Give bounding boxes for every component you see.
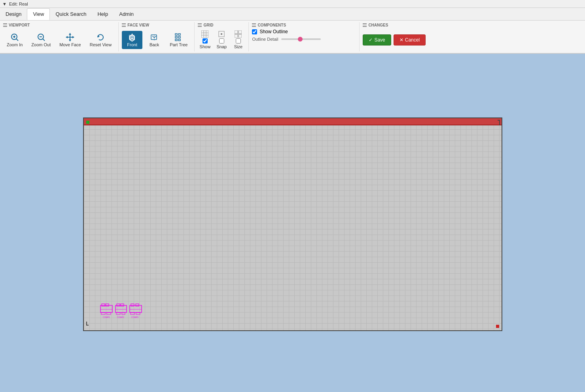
back-icon <box>150 33 159 42</box>
title-text: Edit: Real <box>9 2 28 6</box>
svg-rect-23 <box>178 34 180 35</box>
svg-line-6 <box>43 39 45 41</box>
menu-design[interactable]: Design <box>0 9 27 19</box>
faceview-label: FACE VIEW <box>122 23 191 27</box>
zoom-in-button[interactable]: Zoom In <box>3 31 26 49</box>
svg-marker-9 <box>69 33 71 35</box>
reset-view-icon <box>96 33 105 42</box>
components-label: COMPONENTS <box>252 23 356 27</box>
menu-help[interactable]: Help <box>92 9 114 19</box>
faceview-lines-icon <box>122 23 126 27</box>
canvas-area: COMP1 COMP2 COMP3 <box>0 54 585 392</box>
svg-rect-33 <box>235 30 238 34</box>
svg-text:COMP3: COMP3 <box>131 316 138 318</box>
svg-rect-34 <box>239 30 242 34</box>
grid-show-icon <box>201 30 208 38</box>
back-button[interactable]: Back <box>144 31 165 49</box>
svg-rect-21 <box>175 36 177 38</box>
svg-rect-26 <box>201 30 208 38</box>
grid-lines-icon <box>198 23 202 27</box>
svg-rect-44 <box>117 304 120 306</box>
svg-marker-11 <box>66 36 68 38</box>
grid-size-checkbox[interactable] <box>236 38 241 44</box>
svg-rect-32 <box>221 33 222 35</box>
corner-tr-marker <box>498 120 500 125</box>
faceview-buttons: Front Back Part Tree <box>122 29 191 51</box>
components-svg: COMP1 COMP2 COMP3 <box>100 301 151 321</box>
grid-label: GRID <box>198 23 245 27</box>
zoom-in-icon <box>10 33 19 42</box>
save-button[interactable]: ✓ Save <box>363 34 391 45</box>
corner-bl-marker <box>86 322 89 326</box>
title-bar: ▼ Edit: Real <box>0 0 585 8</box>
zoom-out-button[interactable]: Zoom Out <box>28 31 54 49</box>
toolbar-section-faceview: FACE VIEW Front Ba <box>119 22 195 51</box>
grid-canvas[interactable]: COMP1 COMP2 COMP3 <box>83 117 502 331</box>
svg-rect-24 <box>178 36 180 38</box>
grid-size-icon <box>235 30 242 38</box>
part-tree-icon <box>174 33 183 42</box>
grid-show-checkbox[interactable] <box>203 38 208 44</box>
checkmark-icon: ✓ <box>369 37 373 43</box>
svg-marker-10 <box>69 40 71 42</box>
svg-rect-20 <box>175 34 177 35</box>
zoom-out-icon <box>37 33 45 42</box>
svg-rect-36 <box>239 34 242 38</box>
toolbar-section-components: COMPONENTS Show Outline Outline Detail <box>249 22 360 51</box>
grid-buttons: Show Snap Size <box>198 29 245 51</box>
grid-show-item[interactable]: Show <box>198 29 212 51</box>
red-top-bar <box>84 118 502 125</box>
svg-rect-25 <box>178 39 180 41</box>
grid-snap-checkbox[interactable] <box>219 38 224 44</box>
toolbar-section-grid: GRID Show Snap <box>195 22 249 51</box>
part-tree-button[interactable]: Part Tree <box>166 31 191 49</box>
show-outline-row: Show Outline <box>252 29 356 34</box>
svg-rect-50 <box>131 304 134 306</box>
svg-rect-22 <box>175 39 177 41</box>
grid-snap-icon <box>218 30 225 38</box>
svg-line-3 <box>17 39 19 41</box>
outline-detail-slider-thumb[interactable] <box>298 37 303 42</box>
viewport-label: VIEWPORT <box>3 23 115 27</box>
grid-size-item[interactable]: Size <box>231 29 245 51</box>
svg-rect-37 <box>100 305 112 312</box>
reset-view-button[interactable]: Reset View <box>86 31 115 49</box>
outline-detail-row: Outline Detail <box>252 37 356 42</box>
corner-br-marker <box>496 325 499 328</box>
outline-detail-slider-track <box>281 38 321 40</box>
menu-admin[interactable]: Admin <box>114 9 139 19</box>
svg-text:COMP1: COMP1 <box>103 316 110 318</box>
corner-tl-marker <box>86 121 89 124</box>
cancel-button[interactable]: ✕ Cancel <box>394 34 426 45</box>
move-face-icon <box>66 33 74 42</box>
svg-rect-39 <box>106 304 109 306</box>
x-icon: ✕ <box>399 37 403 43</box>
svg-rect-45 <box>121 304 124 306</box>
magenta-components: COMP1 COMP2 COMP3 <box>100 301 151 322</box>
components-controls: Show Outline Outline Detail <box>252 29 356 51</box>
menu-quick-search[interactable]: Quick Search <box>50 9 92 19</box>
svg-marker-12 <box>72 36 74 38</box>
title-icon: ▼ <box>2 2 7 6</box>
menu-bar: Design View Quick Search Help Admin <box>0 8 585 21</box>
toolbar-section-changes: CHANGES ✓ Save ✕ Cancel <box>360 22 429 51</box>
grid-lines-overlay <box>84 118 502 330</box>
move-face-button[interactable]: Move Face <box>56 31 84 49</box>
components-lines-icon <box>252 23 256 27</box>
front-icon <box>128 33 136 42</box>
menu-view[interactable]: View <box>27 8 50 20</box>
svg-rect-35 <box>235 34 238 38</box>
svg-rect-38 <box>102 304 105 306</box>
svg-text:COMP2: COMP2 <box>117 316 124 318</box>
svg-rect-49 <box>130 305 142 312</box>
svg-rect-51 <box>136 304 139 306</box>
toolbar: VIEWPORT Zoom In Zoom Out <box>0 21 585 54</box>
changes-lines-icon <box>363 23 367 27</box>
viewport-buttons: Zoom In Zoom Out Move <box>3 29 115 51</box>
svg-rect-43 <box>115 305 127 312</box>
show-outline-checkbox[interactable] <box>252 29 257 34</box>
front-button[interactable]: Front <box>122 31 142 49</box>
grid-snap-item[interactable]: Snap <box>214 29 229 51</box>
viewport-lines-icon <box>3 23 7 27</box>
toolbar-section-viewport: VIEWPORT Zoom In Zoom Out <box>0 22 119 51</box>
